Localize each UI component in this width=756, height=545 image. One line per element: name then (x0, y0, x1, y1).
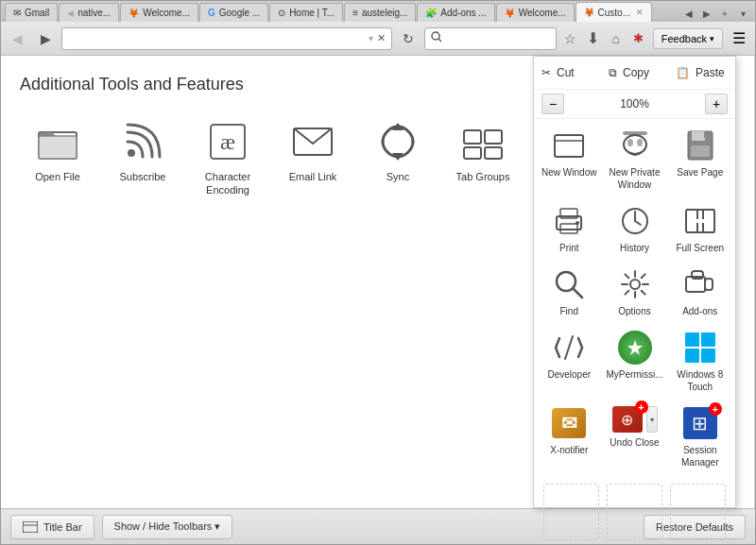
tab-menu-button[interactable]: ▾ (734, 5, 751, 22)
session-manager-icon: ⊞ + (683, 407, 717, 439)
win8touch-icon (683, 331, 717, 365)
developer-icon (552, 331, 586, 365)
feedback-arrow: ▾ (710, 34, 714, 43)
feedback-button[interactable]: Feedback ▾ (653, 28, 723, 49)
title-bar-button[interactable]: Title Bar (10, 515, 94, 539)
search-icon (431, 31, 442, 43)
empty-slot-1 (543, 484, 599, 540)
copy-button[interactable]: ⧉ Copy (601, 60, 668, 85)
menu-history[interactable]: History (603, 198, 667, 260)
tab-next-arrow[interactable]: ▶ (698, 5, 715, 22)
tool-open-file[interactable]: Open File (20, 113, 95, 189)
undo-close-arrow[interactable]: ▾ (646, 406, 658, 433)
zoom-out-button[interactable]: − (541, 94, 564, 114)
tab-home[interactable]: ⊙ Home | T... (269, 3, 343, 22)
svg-rect-23 (704, 132, 708, 138)
title-bar-label: Title Bar (43, 521, 82, 533)
char-encoding-icon: æ (207, 121, 249, 162)
svg-line-38 (565, 336, 573, 359)
svg-point-4 (128, 149, 135, 157)
show-hide-toolbars-label: Show / Hide Toolbars ▾ (114, 520, 221, 533)
show-hide-toolbars-button[interactable]: Show / Hide Toolbars ▾ (102, 515, 233, 539)
tool-character-encoding[interactable]: æ Character Encoding (190, 113, 266, 203)
toolbar-icons: ☆ ⬇ ⌂ ✱ (560, 28, 649, 49)
tool-tab-groups[interactable]: Tab Groups (445, 113, 521, 189)
subscribe-label: Subscribe (120, 170, 166, 183)
tab-groups-icon (462, 123, 504, 161)
cut-icon: ✂ (541, 66, 551, 79)
options-label: Options (618, 305, 650, 317)
menu-options[interactable]: Options (603, 262, 667, 323)
back-button[interactable]: ◀ (5, 26, 29, 51)
hamburger-menu-button[interactable]: ☰ (727, 26, 751, 51)
new-window-icon (552, 128, 586, 162)
tab-bar: ✉ Gmail ◀ native... 🦊 Welcome... G Googl… (1, 1, 755, 22)
tab-welcome1[interactable]: 🦊 Welcome... (120, 3, 198, 22)
email-link-icon-wrap (290, 119, 335, 164)
menu-win8touch[interactable]: Windows 8 Touch (669, 325, 732, 399)
home-button[interactable]: ⌂ (606, 28, 627, 49)
cut-button[interactable]: ✂ Cut (534, 60, 601, 85)
tab-addons[interactable]: 🧩 Add-ons ... (417, 3, 494, 22)
tool-subscribe[interactable]: Subscribe (105, 113, 180, 189)
search-bar[interactable] (424, 27, 557, 50)
svg-rect-13 (485, 147, 502, 159)
tab-welcome2[interactable]: 🦊 Welcome... (496, 3, 575, 22)
session-manager-icon-wrap: ⊞ + (683, 406, 717, 440)
menu-print[interactable]: Print (538, 198, 601, 260)
find-icon (552, 267, 586, 301)
nav-bar: ◀ ▶ ▾ ✕ ↻ ☆ ⬇ ⌂ ✱ Feedback ▾ ☰ (1, 22, 755, 56)
downloads-button[interactable]: ⬇ (583, 28, 604, 49)
tool-email-link[interactable]: Email Link (275, 113, 351, 189)
menu-new-private-window[interactable]: New Private Window (603, 123, 667, 196)
tab-google[interactable]: G Google ... (199, 3, 268, 22)
bookmark-star-button[interactable]: ☆ (560, 28, 581, 49)
sync-icon-wrap (375, 119, 421, 164)
svg-rect-11 (485, 130, 502, 144)
session-manager-label: Session Manager (673, 444, 729, 468)
svg-rect-3 (39, 136, 77, 159)
svg-point-27 (576, 221, 579, 225)
popup-menu: ✂ Cut ⧉ Copy 📋 Paste − 100% + (533, 56, 736, 508)
forward-button[interactable]: ▶ (33, 26, 58, 51)
tab-gmail[interactable]: ✉ Gmail (5, 3, 58, 22)
svg-rect-31 (686, 210, 714, 232)
copy-icon: ⧉ (609, 66, 617, 79)
undo-close-label: Undo Close (610, 436, 659, 449)
tab-austeleig[interactable]: ≡ austeleig... (344, 3, 416, 22)
svg-rect-19 (623, 131, 647, 135)
mypermissions-icon (618, 331, 652, 365)
url-input[interactable] (68, 33, 369, 44)
tab-native[interactable]: ◀ native... (59, 3, 119, 22)
tab-scroll-arrows: ◀ ▶ + ▾ (680, 5, 751, 22)
tab-customize[interactable]: 🦊 Custo... ✕ (576, 2, 652, 22)
menu-find[interactable]: Find (538, 262, 601, 323)
developer-label: Developer (547, 368, 591, 381)
tool-sync[interactable]: Sync (360, 113, 436, 189)
zoom-in-button[interactable]: + (705, 94, 728, 114)
feedback-label: Feedback (662, 33, 707, 44)
addons-label: Add-ons (682, 305, 717, 317)
mypermissions-label: MyPermissi... (607, 368, 663, 381)
search-input[interactable] (444, 33, 550, 44)
find-label: Find (560, 305, 578, 317)
paste-label: Paste (696, 66, 725, 79)
addon-icon[interactable]: ✱ (628, 28, 649, 49)
print-label: Print (559, 242, 579, 254)
reload-button[interactable]: ↻ (396, 26, 421, 51)
menu-undo-close[interactable]: ⊕ + ▾ Undo Close (603, 400, 667, 474)
subscribe-icon-wrap (120, 119, 165, 164)
menu-xnotifier[interactable]: ✉ X-notifier (538, 400, 601, 474)
svg-rect-22 (691, 145, 710, 157)
paste-button[interactable]: 📋 Paste (668, 60, 735, 85)
address-bar[interactable]: ▾ ✕ (61, 27, 392, 50)
menu-save-page[interactable]: Save Page (669, 123, 732, 196)
menu-session-manager[interactable]: ⊞ + Session Manager (669, 400, 732, 474)
menu-full-screen[interactable]: Full Screen (669, 198, 732, 260)
menu-addons[interactable]: Add-ons (669, 262, 732, 323)
tab-prev-arrow[interactable]: ◀ (680, 5, 697, 22)
menu-developer[interactable]: Developer (538, 325, 601, 399)
new-tab-button[interactable]: + (716, 5, 733, 22)
menu-mypermissions[interactable]: MyPermissi... (603, 325, 667, 399)
menu-new-window[interactable]: New Window (538, 123, 601, 196)
